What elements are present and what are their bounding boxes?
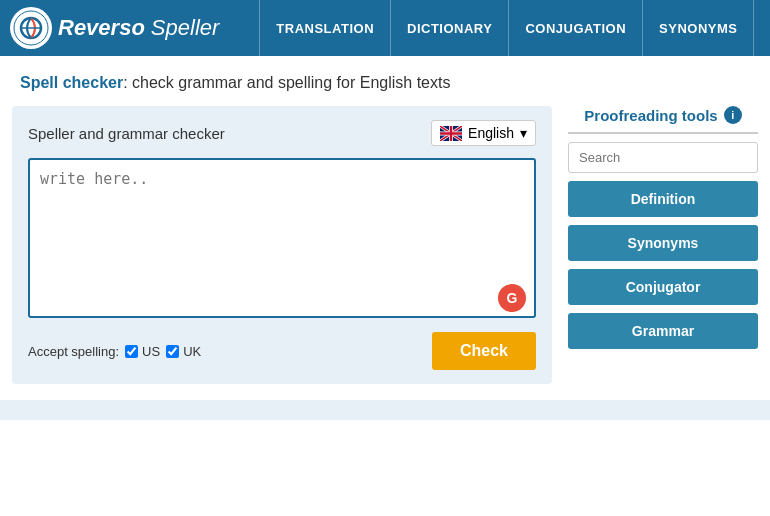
right-panel: Proofreading tools i Definition Synonyms… — [568, 106, 758, 384]
conjugator-button[interactable]: Conjugator — [568, 269, 758, 305]
uk-checkbox[interactable] — [166, 345, 179, 358]
left-panel: Speller and grammar checker English ▾ G … — [12, 106, 552, 384]
nav-translation[interactable]: TRANSLATION — [259, 0, 391, 56]
definition-button[interactable]: Definition — [568, 181, 758, 217]
panel-header: Speller and grammar checker English ▾ — [28, 120, 536, 146]
flag-icon — [440, 126, 462, 141]
textarea-wrapper: G — [28, 158, 536, 322]
dropdown-arrow-icon: ▾ — [520, 125, 527, 141]
nav-dictionary[interactable]: DICTIONARY — [391, 0, 509, 56]
bottom-strip — [0, 400, 770, 420]
us-checkbox-label[interactable]: US — [125, 344, 160, 359]
us-checkbox[interactable] — [125, 345, 138, 358]
logo-container: Reverso Speller — [10, 7, 219, 49]
product-name: Speller — [151, 15, 219, 41]
subheader: Spell checker: check grammar and spellin… — [0, 56, 770, 106]
logo-name: Reverso — [58, 15, 145, 41]
nav-synonyms[interactable]: SYNONYMS — [643, 0, 754, 56]
header: Reverso Speller TRANSLATION DICTIONARY C… — [0, 0, 770, 56]
panel-title: Speller and grammar checker — [28, 125, 225, 142]
uk-label: UK — [183, 344, 201, 359]
check-button[interactable]: Check — [432, 332, 536, 370]
us-label: US — [142, 344, 160, 359]
language-selector[interactable]: English ▾ — [431, 120, 536, 146]
proofreading-header: Proofreading tools i — [568, 106, 758, 134]
accept-spelling-label: Accept spelling: — [28, 344, 119, 359]
language-label: English — [468, 125, 514, 141]
main-content: Speller and grammar checker English ▾ G … — [0, 106, 770, 384]
subheader-text: Spell checker: check grammar and spellin… — [20, 74, 450, 91]
logo-icon — [10, 7, 52, 49]
synonyms-button[interactable]: Synonyms — [568, 225, 758, 261]
grammarly-icon: G — [498, 284, 526, 312]
grammar-button[interactable]: Grammar — [568, 313, 758, 349]
spelling-options: Accept spelling: US UK Check — [28, 332, 536, 370]
spell-textarea[interactable] — [28, 158, 536, 318]
search-input[interactable] — [568, 142, 758, 173]
proofreading-title: Proofreading tools — [584, 107, 717, 124]
uk-checkbox-label[interactable]: UK — [166, 344, 201, 359]
subheader-label: Spell checker — [20, 74, 123, 91]
info-icon[interactable]: i — [724, 106, 742, 124]
subheader-description: : check grammar and spelling for English… — [123, 74, 450, 91]
main-nav: TRANSLATION DICTIONARY CONJUGATION SYNON… — [259, 0, 754, 56]
nav-conjugation[interactable]: CONJUGATION — [509, 0, 643, 56]
